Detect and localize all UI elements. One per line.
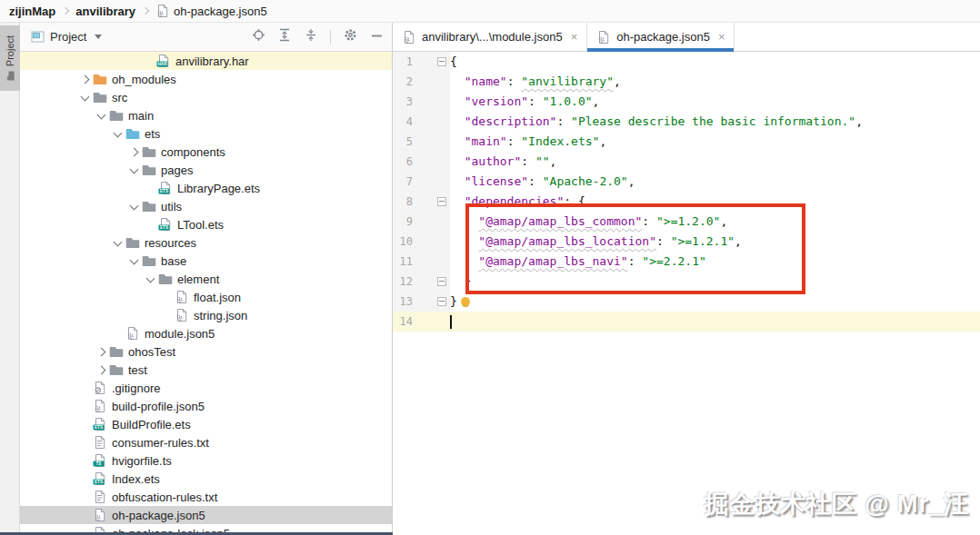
tree-item[interactable]: build-profile.json5 [20,397,392,415]
chevron-right-icon[interactable] [93,349,109,355]
tree-item[interactable]: .gitignore [20,379,392,397]
line-number: 2 [398,72,413,92]
code-editor[interactable]: 1{2 "name": "anvilibrary",3 "version": "… [393,52,980,535]
tree-item[interactable]: obfuscation-rules.txt [20,488,392,506]
project-view-selector[interactable]: Project [31,30,102,44]
editor-gutter: 6 [393,152,450,172]
code-line[interactable]: 6 "author": "", [393,152,980,172]
code-line[interactable]: 3 "version": "1.0.0", [393,92,980,112]
tree-item[interactable]: ETSIndex.ets [20,470,392,488]
chevron-down-icon[interactable] [125,204,142,209]
chevron-down-icon[interactable] [109,132,125,136]
svg-text:ETS: ETS [160,225,168,230]
fold-marker-icon[interactable] [437,197,446,206]
folder-icon [109,108,124,123]
line-number: 12 [398,272,413,292]
code-line[interactable]: 12 } [393,272,980,292]
chevron-down-icon[interactable] [142,277,158,282]
folder-icon [142,199,156,213]
fold-marker-icon[interactable] [437,57,446,66]
tree-item[interactable]: element [20,270,392,288]
tree-item[interactable]: ETSLibraryPage.ets [20,179,392,197]
folder-icon [109,344,124,359]
json5-file-icon [93,508,107,522]
close-icon[interactable]: × [571,30,578,44]
code-line[interactable]: 10 "@amap/amap_lbs_location": ">=1.2.1", [393,232,980,252]
tree-item-label: Index.ets [112,472,160,486]
chevron-down-icon[interactable] [109,241,125,245]
code-line[interactable]: 8 "dependencies": { [393,192,980,212]
breadcrumb-item[interactable]: anvilibrary [75,5,135,18]
tree-item-label: utils [161,200,182,213]
hide-button[interactable] [369,30,384,45]
tree-item-label: .gitignore [112,381,160,395]
code-text: "author": "", [450,152,980,172]
code-line[interactable]: 14 [393,312,980,332]
collapse-all-icon [305,28,317,45]
editor-gutter: 9 [393,212,450,232]
editor-tab-label: anvilibrary\...\module.json5 [422,30,563,44]
collapse-all-button[interactable] [304,30,318,45]
code-line[interactable]: 13} [393,292,980,312]
code-line[interactable]: 7 "license": "Apache-2.0", [393,172,980,192]
project-tool-window-button[interactable]: Project [0,25,20,91]
tree-item[interactable]: module.json5 [20,324,392,342]
tree-item[interactable]: test [20,361,392,379]
tree-item[interactable]: HARanvilibrary.har [20,52,392,70]
code-line[interactable]: 9 "@amap/amap_lbs_common": ">=1.2.0", [393,212,980,232]
tree-item[interactable]: resources [20,233,392,252]
tree-item[interactable]: src [20,88,392,106]
tree-item[interactable]: main [20,106,392,124]
intention-bulb-icon[interactable] [461,297,470,306]
line-number: 13 [398,292,413,312]
code-text: "name": "anvilibrary", [450,72,980,92]
chevron-down-icon[interactable] [93,114,109,118]
breadcrumb-item[interactable]: oh-package.json5 [155,4,267,18]
tree-item-label: pages [161,163,193,177]
code-line[interactable]: 11 "@amap/amap_lbs_navi": ">=2.2.1" [393,252,980,272]
tree-item[interactable]: consumer-rules.txt [20,433,392,451]
tree-item[interactable]: TShvigorfile.ts [20,451,392,470]
breadcrumb-item[interactable]: zijinMap [9,5,55,18]
line-number: 8 [398,192,413,212]
tree-item[interactable]: float.json [20,288,392,306]
tree-item[interactable]: string.json [20,306,392,324]
tree-item[interactable]: ETSLTool.ets [20,215,392,233]
folder-icon [142,163,156,177]
tree-item[interactable]: ets [20,124,392,143]
code-line[interactable]: 5 "main": "Index.ets", [393,132,980,152]
locate-button[interactable] [251,30,265,45]
code-line[interactable]: 2 "name": "anvilibrary", [393,72,980,92]
ets-file-icon: ETS [93,471,107,486]
close-icon[interactable]: × [718,30,725,44]
tree-item[interactable]: ETSBuildProfile.ets [20,415,392,433]
chevron-down-icon[interactable] [76,95,93,100]
fold-marker-icon[interactable] [437,277,446,286]
tree-item[interactable]: components [20,143,392,161]
editor-tab[interactable]: oh-package.json5× [587,23,735,51]
chevron-down-icon[interactable] [125,168,142,173]
tree-item-label: float.json [194,291,241,304]
tree-item[interactable]: base [20,252,392,270]
tree-item[interactable]: pages [20,161,392,179]
line-number: 3 [398,92,413,112]
code-line[interactable]: 4 "description": "Please describe the ba… [393,112,980,132]
editor-tab[interactable]: anvilibrary\...\module.json5× [393,23,587,51]
tree-item[interactable]: utils [20,197,392,215]
expand-all-button[interactable] [277,30,292,45]
chevron-right-icon[interactable] [125,149,142,155]
chevron-right-icon[interactable] [76,76,93,83]
fold-marker-icon[interactable] [437,297,446,306]
line-number: 1 [398,52,413,72]
tree-item[interactable]: oh-package.json5 [20,506,392,524]
chevron-right-icon[interactable] [93,367,109,373]
tree-item[interactable]: oh_modules [20,70,392,88]
tool-window-stripe: Project [0,23,20,535]
editor-gutter: 11 [393,252,450,272]
hide-icon [371,29,383,45]
chevron-down-icon[interactable] [125,259,142,263]
tree-item-label: element [177,272,219,286]
code-line[interactable]: 1{ [393,52,980,72]
tree-item[interactable]: ohosTest [20,342,392,361]
settings-button[interactable] [343,30,357,45]
